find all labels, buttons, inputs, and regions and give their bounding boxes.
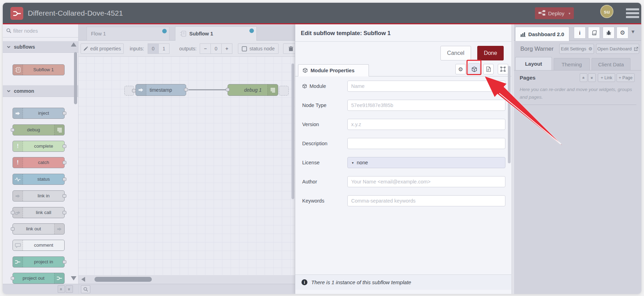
cube-icon xyxy=(302,84,307,89)
tab-theming[interactable]: Theming xyxy=(554,58,590,70)
config-nodes-button[interactable]: ⚙ xyxy=(617,27,628,39)
deploy-options-caret[interactable]: ▾ xyxy=(569,11,570,15)
version-field-label: Version xyxy=(302,119,346,130)
tab-dashboard-2[interactable]: Dashboard 2.0 xyxy=(515,27,569,41)
inputs-0-option[interactable]: 0 xyxy=(148,43,159,54)
debug-sidebar-button[interactable] xyxy=(603,27,614,39)
bug-icon xyxy=(606,30,611,35)
complete-icon: ! xyxy=(13,141,23,151)
user-avatar[interactable]: su xyxy=(600,5,613,18)
palette-node-link-out[interactable]: link out xyxy=(13,223,65,235)
outputs-decrease-button[interactable]: − xyxy=(200,43,211,54)
collapse-all-button[interactable]: « xyxy=(58,285,65,293)
keywords-input[interactable] xyxy=(347,195,505,206)
flow-canvas[interactable]: timestamp debug 1 xyxy=(79,57,295,275)
main-menu-button[interactable] xyxy=(626,8,639,18)
keywords-field-label: Keywords xyxy=(302,195,346,206)
tab-subflow-1[interactable]: Subflow 1 xyxy=(175,26,257,41)
delete-subflow-button[interactable] xyxy=(283,43,295,54)
license-select[interactable]: ▾ none xyxy=(347,157,505,168)
catch-icon: ! xyxy=(13,157,23,168)
inject-icon xyxy=(13,108,23,118)
book-icon xyxy=(592,30,597,35)
scroll-left-arrow[interactable] xyxy=(81,277,85,282)
category-subflows[interactable]: subflows xyxy=(3,41,78,53)
move-up-button[interactable]: « xyxy=(580,73,587,82)
palette-node-subflow-1[interactable]: Subflow 1 xyxy=(13,64,65,75)
module-field-label: Module xyxy=(302,81,346,92)
cancel-button[interactable]: Cancel xyxy=(440,46,471,60)
edit-properties-button[interactable]: edit properties xyxy=(81,43,124,54)
inputs-1-option[interactable]: 1 xyxy=(158,43,170,54)
node-input-port[interactable] xyxy=(226,88,230,91)
edit-properties-tab-button[interactable]: ⚙ xyxy=(455,64,466,74)
add-link-button[interactable]: + Link xyxy=(598,73,615,82)
palette-node-status[interactable]: status xyxy=(13,174,65,185)
project-out-icon xyxy=(54,273,64,283)
palette-node-link-in[interactable]: link in xyxy=(13,190,65,202)
sidebar-more-caret[interactable]: ▼ xyxy=(631,30,634,34)
tab-client-data[interactable]: Client Data xyxy=(592,58,630,70)
subflow-input-node[interactable] xyxy=(124,86,134,96)
palette-node-debug[interactable]: debug xyxy=(13,124,65,135)
flow-workspace: Flow 1 Subflow 1 edit properties xyxy=(79,24,295,294)
hscroll-thumb[interactable] xyxy=(94,277,152,282)
expand-all-button[interactable]: » xyxy=(66,285,73,293)
outputs-increase-button[interactable]: + xyxy=(221,43,232,54)
bar-chart-icon xyxy=(520,32,526,37)
dashboard-name: Borg Warner xyxy=(520,41,554,57)
node-port xyxy=(11,211,15,214)
tab-layout[interactable]: Layout xyxy=(515,57,552,70)
move-down-button[interactable]: » xyxy=(588,73,596,82)
info-sidebar-button[interactable]: i xyxy=(574,27,586,39)
subflow-output-node[interactable] xyxy=(279,86,289,96)
canvas-node-debug-1[interactable]: debug 1 xyxy=(228,84,278,96)
cube-icon xyxy=(303,68,308,73)
palette-node-inject[interactable]: inject xyxy=(13,108,65,119)
subflow-toolbar: edit properties inputs: 0 1 outputs: − 0… xyxy=(79,41,295,57)
palette-node-complete[interactable]: ! complete xyxy=(13,141,65,152)
tab-module-properties[interactable]: Module Properties xyxy=(298,64,369,76)
node-port xyxy=(63,112,66,115)
canvas-node-timestamp[interactable]: timestamp xyxy=(135,84,186,96)
project-in-icon xyxy=(13,257,23,267)
pencil-icon xyxy=(83,47,88,51)
node-output-port[interactable] xyxy=(184,88,188,91)
workspace-title: Different-Collared-Dove-4521 xyxy=(28,3,123,23)
palette-node-link-call[interactable]: link call xyxy=(13,207,65,218)
category-common[interactable]: common xyxy=(3,85,78,97)
palette-scroll-up-arrow[interactable] xyxy=(71,42,76,47)
gear-icon: ⚙ xyxy=(458,66,463,73)
add-page-button[interactable]: + Page xyxy=(617,73,635,82)
edit-settings-button[interactable]: Edit Settings ⚙ xyxy=(559,44,594,54)
inputs-label: inputs: xyxy=(128,43,146,54)
node-port xyxy=(63,194,66,198)
palette-node-comment[interactable]: comment xyxy=(13,240,65,251)
tab-flow-1[interactable]: Flow 1 xyxy=(86,27,170,41)
chevron-down-icon xyxy=(7,46,10,48)
canvas-vertical-scrollbar[interactable] xyxy=(291,64,294,199)
help-sidebar-button[interactable] xyxy=(588,27,600,39)
search-icon xyxy=(83,287,88,292)
status-node-checkbox[interactable] xyxy=(242,46,247,51)
canvas-horizontal-scrollbar[interactable] xyxy=(79,275,295,284)
dashboard-subtabs: Layout Theming Client Data xyxy=(514,57,641,71)
open-dashboard-button[interactable]: Open Dashboard xyxy=(596,44,639,54)
palette-scroll-down-arrow[interactable] xyxy=(71,276,76,280)
wire xyxy=(188,89,228,90)
palette-node-project-out[interactable]: project out xyxy=(13,273,65,284)
zoom-search-button[interactable] xyxy=(81,285,90,293)
author-input[interactable] xyxy=(347,176,505,187)
comment-icon xyxy=(13,240,23,250)
palette-node-catch[interactable]: ! catch xyxy=(13,157,65,168)
node-port xyxy=(11,128,15,132)
status-node-toggle[interactable]: status node xyxy=(238,43,279,54)
subflow-icon xyxy=(180,30,187,37)
done-button[interactable]: Done xyxy=(477,46,504,60)
author-field-label: Author xyxy=(302,176,346,187)
outputs-label: outputs: xyxy=(178,43,198,54)
palette-node-project-in[interactable]: project in xyxy=(13,256,65,268)
palette-scrollbar[interactable] xyxy=(74,52,77,104)
deploy-button[interactable]: Deploy ▾ xyxy=(535,7,574,19)
filter-nodes-input[interactable] xyxy=(13,24,76,37)
